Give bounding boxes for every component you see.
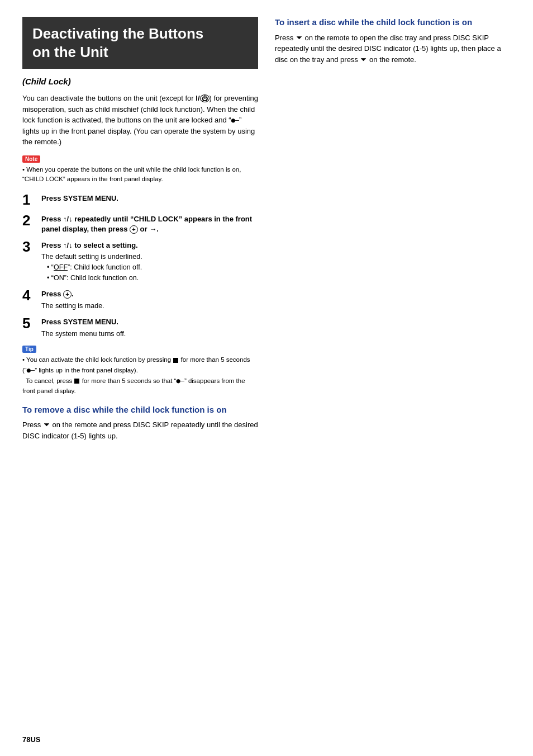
- step-3-content: Press ↑/↓ to select a setting. The defau…: [41, 239, 258, 283]
- step-4-label: Press +.: [41, 289, 258, 299]
- step-1-label: Press SYSTEM MENU.: [41, 193, 258, 204]
- right-column: To insert a disc while the child lock fu…: [275, 17, 511, 739]
- left-column: Deactivating the Buttons on the Unit (Ch…: [22, 17, 258, 739]
- step-1-content: Press SYSTEM MENU.: [41, 192, 258, 204]
- step-5-content: Press SYSTEM MENU. The system menu turns…: [41, 315, 258, 339]
- step-5-number: 5: [22, 315, 38, 332]
- bullet-on: “ON”: Child lock function on.: [47, 273, 258, 284]
- stop-icon-1: [173, 358, 178, 363]
- insert-disc-title: To insert a disc while the child lock fu…: [275, 17, 511, 28]
- title-line1: Deactivating the Buttons: [32, 25, 248, 43]
- step-4-body: The setting is made.: [41, 301, 258, 311]
- step-3-body: The default setting is underlined. “OFF”…: [41, 252, 258, 283]
- intro-text: You can deactivate the buttons on the un…: [22, 93, 258, 148]
- page-title: Deactivating the Buttons on the Unit: [22, 17, 258, 69]
- tip-content: • You can activate the child lock functi…: [22, 355, 258, 396]
- bullet-off: “OFF”: Child lock function off.: [47, 262, 258, 273]
- step-3-number: 3: [22, 239, 38, 255]
- step-1: 1 Press SYSTEM MENU.: [22, 192, 258, 208]
- subtitle: (Child Lock): [22, 77, 258, 86]
- tip-block: Tip • You can activate the child lock fu…: [22, 344, 258, 396]
- insert-disc-text: Press ⏷ on the remote to open the disc t…: [275, 32, 511, 65]
- remove-disc-text: Press ⏷ on the remote and press DISC SKI…: [22, 419, 258, 441]
- note-label: Note: [22, 155, 40, 163]
- step-3-label: Press ↑/↓ to select a setting.: [41, 240, 258, 251]
- step-2-number: 2: [22, 212, 38, 229]
- tip-label: Tip: [22, 346, 36, 353]
- step-4-content: Press +. The setting is made.: [41, 287, 258, 311]
- note-content: • When you operate the buttons on the un…: [22, 165, 258, 185]
- insert-disc-section: To insert a disc while the child lock fu…: [275, 17, 511, 65]
- step-5: 5 Press SYSTEM MENU. The system menu tur…: [22, 315, 258, 339]
- page-content: Deactivating the Buttons on the Unit (Ch…: [0, 0, 533, 756]
- page-number: 78US: [22, 735, 41, 744]
- remove-disc-section: To remove a disc while the child lock fu…: [22, 404, 258, 442]
- two-column-layout: Deactivating the Buttons on the Unit (Ch…: [22, 17, 511, 739]
- step-5-body: The system menu turns off.: [41, 329, 258, 339]
- title-line2: on the Unit: [32, 43, 248, 62]
- step-2-content: Press ↑/↓ repeatedly until “CHILD LOCK” …: [41, 212, 258, 234]
- note-block: Note • When you operate the buttons on t…: [22, 154, 258, 185]
- step-4-number: 4: [22, 287, 38, 304]
- stop-icon-2: [74, 379, 79, 384]
- step-3: 3 Press ↑/↓ to select a setting. The def…: [22, 239, 258, 283]
- step-1-number: 1: [22, 192, 38, 208]
- step-2: 2 Press ↑/↓ repeatedly until “CHILD LOCK…: [22, 212, 258, 234]
- remove-disc-title: To remove a disc while the child lock fu…: [22, 404, 258, 415]
- step-3-bullets: “OFF”: Child lock function off. “ON”: Ch…: [41, 262, 258, 284]
- page-wrapper: Deactivating the Buttons on the Unit (Ch…: [0, 0, 533, 756]
- step-2-label: Press ↑/↓ repeatedly until “CHILD LOCK” …: [41, 214, 258, 234]
- step-5-label: Press SYSTEM MENU.: [41, 317, 258, 327]
- step-4: 4 Press +. The setting is made.: [22, 287, 258, 311]
